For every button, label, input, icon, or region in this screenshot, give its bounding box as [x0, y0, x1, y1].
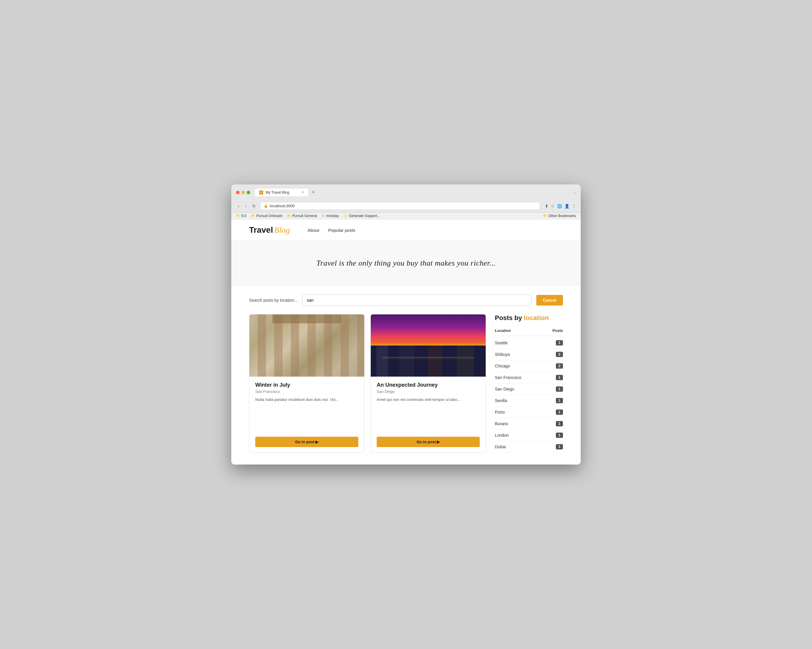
location-name: Porto	[495, 410, 505, 414]
logo-travel-text: Travel	[249, 225, 273, 235]
lock-icon: 🔒	[264, 204, 268, 208]
active-tab[interactable]: ✈ My Travel Blog ✕	[255, 189, 308, 196]
tab-close-button[interactable]: ✕	[301, 190, 304, 194]
location-row-burano[interactable]: Burano 1	[495, 418, 563, 430]
hero-quote-text: Travel is the only thing you buy that ma…	[249, 259, 563, 268]
location-row-san-diego[interactable]: San Diego 1	[495, 384, 563, 395]
location-name: Chicago	[495, 364, 510, 368]
location-row-porto[interactable]: Porto 1	[495, 407, 563, 418]
browser-window: ✈ My Travel Blog ✕ + ⌄ ‹ › ↻ 🔒 localhost…	[231, 184, 581, 465]
reload-button[interactable]: ↻	[250, 203, 258, 209]
bookmark-pursuit-onboard[interactable]: 📁 Pursuit Onboard	[251, 214, 282, 218]
post-image-city	[371, 314, 486, 376]
back-button[interactable]: ‹	[236, 203, 241, 209]
bookmark-other[interactable]: 📁 Other Bookmarks	[543, 214, 576, 218]
bookmark-pursuit-general[interactable]: 📁 Pursuit General	[287, 214, 317, 218]
post-image-columns	[249, 314, 364, 376]
post-info-1: Winter in July San Francisco Nulla nulla…	[249, 376, 364, 452]
bookmark-label: monday	[326, 214, 339, 218]
address-text: localhost:3000	[270, 204, 295, 208]
bookmark-generate-support[interactable]: ✨ Generate Support...	[343, 214, 380, 218]
location-title-plain: Posts by	[495, 314, 522, 321]
location-count-badge: 1	[556, 433, 563, 438]
address-bar-row: ‹ › ↻ 🔒 localhost:3000 ⬆ ☆ 🌐 👤 ⋮	[231, 200, 581, 213]
logo-blog-text: Blog	[274, 225, 290, 235]
location-count-badge: 1	[556, 398, 563, 403]
bookmark-label: Generate Support...	[349, 214, 380, 218]
location-row-sevilla[interactable]: Sevilla 1	[495, 395, 563, 407]
posts-col-header: Posts	[553, 328, 563, 333]
location-title-accent: location	[524, 314, 549, 321]
folder-icon: 📁	[251, 214, 255, 218]
new-tab-button[interactable]: +	[310, 188, 317, 197]
post-excerpt-2: Amet qui non est commodo velit tempor ut…	[377, 397, 480, 433]
tab-title: My Travel Blog	[266, 190, 289, 195]
page-content: Travel Blog About Popular posts Travel i…	[231, 219, 581, 465]
location-count-badge: 1	[556, 410, 563, 415]
nav-about-link[interactable]: About	[308, 228, 319, 233]
fullscreen-window-button[interactable]	[247, 191, 250, 194]
hero-section: Travel is the only thing you buy that ma…	[231, 241, 581, 286]
location-name: Dubai	[495, 445, 506, 449]
nav-popular-posts-link[interactable]: Popular posts	[328, 228, 356, 233]
bookmark-label: 8.0	[241, 214, 246, 218]
bookmark-monday[interactable]: 🗓 monday	[322, 214, 339, 218]
location-count-badge: 1	[556, 386, 563, 392]
post-location-2: San Diego	[377, 389, 480, 394]
site-logo: Travel Blog	[249, 225, 290, 235]
post-title-2: An Unexpected Journey	[377, 382, 480, 388]
location-row-san-francisco[interactable]: San Francisco 1	[495, 372, 563, 384]
close-window-button[interactable]	[236, 191, 240, 194]
site-header: Travel Blog About Popular posts	[231, 219, 581, 241]
location-name: London	[495, 433, 509, 437]
tab-favicon-icon: ✈	[259, 190, 263, 195]
post-card-1: Winter in July San Francisco Nulla nulla…	[249, 314, 365, 453]
posts-grid: Winter in July San Francisco Nulla nulla…	[249, 314, 486, 453]
go-to-post-button-1[interactable]: Go to post ▶	[255, 437, 358, 447]
sparkle-icon: ✨	[343, 214, 348, 218]
location-row-seattle[interactable]: Seattle 1	[495, 337, 563, 349]
main-area: Search posts by location... Cancel Winte…	[231, 286, 581, 465]
post-info-2: An Unexpected Journey San Diego Amet qui…	[371, 376, 486, 452]
browser-toolbar-icons: ⬆ ☆ 🌐 👤 ⋮	[545, 204, 576, 209]
location-row-shibuya[interactable]: Shibuya 2	[495, 349, 563, 360]
bookmark-label: Pursuit Onboard	[256, 214, 282, 218]
search-input[interactable]	[302, 295, 531, 306]
share-icon[interactable]: ⬆	[545, 204, 548, 209]
forward-button[interactable]: ›	[243, 203, 249, 209]
post-excerpt-1: Nulla nulla pariatur incididunt duis dui…	[255, 397, 358, 433]
location-row-dubai[interactable]: Dubai 1	[495, 441, 563, 453]
location-sidebar: Posts by location Location Posts Seattle…	[495, 314, 563, 453]
location-name: Burano	[495, 421, 508, 426]
location-col-header: Location	[495, 328, 511, 333]
search-label: Search posts by location...	[249, 298, 298, 303]
location-name: Sevilla	[495, 398, 507, 403]
address-field[interactable]: 🔒 localhost:3000	[260, 202, 540, 210]
bookmark-80[interactable]: 📁 8.0	[236, 214, 246, 218]
post-card-2: An Unexpected Journey San Diego Amet qui…	[371, 314, 486, 453]
location-name: Shibuya	[495, 352, 510, 357]
go-to-post-button-2[interactable]: Go to post ▶	[377, 437, 480, 447]
profile-icon[interactable]: 👤	[565, 204, 569, 209]
site-nav: About Popular posts	[308, 228, 356, 233]
location-count-badge: 1	[556, 340, 563, 346]
location-table-header: Location Posts	[495, 327, 563, 336]
post-title-1: Winter in July	[255, 382, 358, 388]
traffic-lights	[236, 191, 250, 194]
bookmark-icon[interactable]: ☆	[551, 204, 555, 209]
cancel-button[interactable]: Cancel	[536, 295, 563, 306]
menu-icon[interactable]: ⋮	[572, 204, 576, 209]
location-row-london[interactable]: London 1	[495, 430, 563, 441]
extension-icon[interactable]: 🌐	[557, 204, 562, 209]
location-row-chicago[interactable]: Chicago 2	[495, 360, 563, 372]
post-location-1: San Francisco	[255, 389, 358, 394]
bookmarks-bar: 📁 8.0 📁 Pursuit Onboard 📁 Pursuit Genera…	[231, 213, 581, 219]
folder-icon: 📁	[543, 214, 547, 218]
folder-icon: 📁	[236, 214, 240, 218]
tab-menu-chevron-icon[interactable]: ⌄	[573, 190, 576, 195]
bookmark-label: Other Bookmarks	[548, 214, 576, 218]
bookmark-label: Pursuit General	[292, 214, 317, 218]
minimize-window-button[interactable]	[241, 191, 245, 194]
content-grid: Winter in July San Francisco Nulla nulla…	[249, 314, 563, 453]
location-name: San Diego	[495, 387, 514, 392]
